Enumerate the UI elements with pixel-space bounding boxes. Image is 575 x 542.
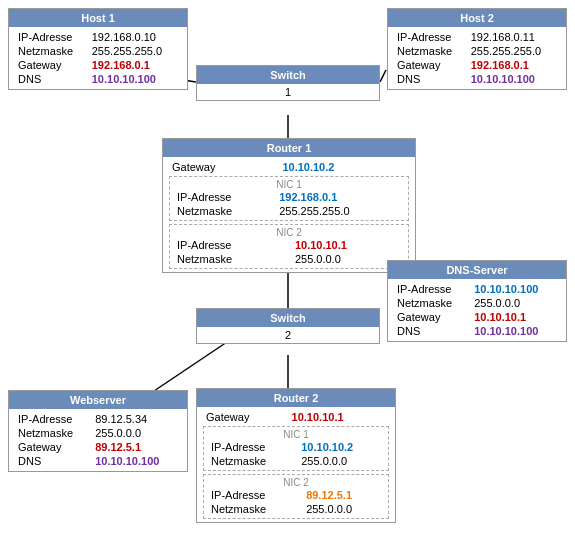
dns-server-title: DNS-Server: [388, 261, 566, 279]
host2-gw-val: 192.168.0.1: [468, 58, 560, 72]
webserver-node: Webserver IP-Adresse 89.12.5.34 Netzmask…: [8, 390, 188, 472]
router1-nic1-mask-label: Netzmaske: [174, 204, 276, 218]
host1-dns-val: 10.10.10.100: [89, 72, 181, 86]
host1-mask-label: Netzmaske: [15, 44, 89, 58]
router2-nic2-mask-label: Netzmaske: [208, 502, 303, 516]
router1-nic1-ip-label: IP-Adresse: [174, 190, 276, 204]
webserver-mask-label: Netzmaske: [15, 426, 92, 440]
router2-gw-val: 10.10.10.1: [289, 410, 389, 424]
dns-dns-label: DNS: [394, 324, 471, 338]
host1-ip-val: 192.168.0.10: [89, 30, 181, 44]
host1-gw-label: Gateway: [15, 58, 89, 72]
router1-title: Router 1: [163, 139, 415, 157]
webserver-ip-label: IP-Adresse: [15, 412, 92, 426]
host2-dns-label: DNS: [394, 72, 468, 86]
host2-ip-val: 192.168.0.11: [468, 30, 560, 44]
host2-mask-label: Netzmaske: [394, 44, 468, 58]
host2-dns-val: 10.10.10.100: [468, 72, 560, 86]
svg-line-5: [148, 340, 230, 395]
webserver-ip-val: 89.12.5.34: [92, 412, 181, 426]
router2-title: Router 2: [197, 389, 395, 407]
router2-node: Router 2 Gateway 10.10.10.1 NIC 1 IP-Adr…: [196, 388, 396, 523]
host1-node: Host 1 IP-Adresse 192.168.0.10 Netzmaske…: [8, 8, 188, 90]
host1-ip-label: IP-Adresse: [15, 30, 89, 44]
router1-gw-val: 10.10.10.2: [279, 160, 409, 174]
router1-nic2-ip-val: 10.10.10.1: [292, 238, 404, 252]
webserver-title: Webserver: [9, 391, 187, 409]
router2-nic1-label: NIC 1: [208, 429, 384, 440]
router2-nic2-ip-label: IP-Adresse: [208, 488, 303, 502]
switch2-number: 2: [197, 327, 379, 343]
switch1-number: 1: [197, 84, 379, 100]
dns-ip-val: 10.10.10.100: [471, 282, 560, 296]
router2-nic2-ip-val: 89.12.5.1: [303, 488, 384, 502]
router1-nic1-mask-val: 255.255.255.0: [276, 204, 404, 218]
switch1-title: Switch: [197, 66, 379, 84]
dns-ip-label: IP-Adresse: [394, 282, 471, 296]
host2-mask-val: 255.255.255.0: [468, 44, 560, 58]
host2-ip-label: IP-Adresse: [394, 30, 468, 44]
network-diagram: Host 1 IP-Adresse 192.168.0.10 Netzmaske…: [0, 0, 575, 542]
router1-nic1-ip-val: 192.168.0.1: [276, 190, 404, 204]
router1-node: Router 1 Gateway 10.10.10.2 NIC 1 IP-Adr…: [162, 138, 416, 273]
router1-nic2-label: NIC 2: [174, 227, 404, 238]
router1-nic2-mask-label: Netzmaske: [174, 252, 292, 266]
dns-mask-val: 255.0.0.0: [471, 296, 560, 310]
switch1-node: Switch 1: [196, 65, 380, 101]
dns-dns-val: 10.10.10.100: [471, 324, 560, 338]
host2-node: Host 2 IP-Adresse 192.168.0.11 Netzmaske…: [387, 8, 567, 90]
host2-gw-label: Gateway: [394, 58, 468, 72]
dns-gw-val: 10.10.10.1: [471, 310, 560, 324]
switch2-title: Switch: [197, 309, 379, 327]
dns-server-node: DNS-Server IP-Adresse 10.10.10.100 Netzm…: [387, 260, 567, 342]
router2-nic2-label: NIC 2: [208, 477, 384, 488]
router2-nic1-mask-val: 255.0.0.0: [298, 454, 384, 468]
router1-nic1-label: NIC 1: [174, 179, 404, 190]
webserver-dns-val: 10.10.10.100: [92, 454, 181, 468]
dns-gw-label: Gateway: [394, 310, 471, 324]
router2-nic1-mask-label: Netzmaske: [208, 454, 298, 468]
host1-gw-val: 192.168.0.1: [89, 58, 181, 72]
router2-nic1-ip-label: IP-Adresse: [208, 440, 298, 454]
switch2-node: Switch 2: [196, 308, 380, 344]
router1-gw-label: Gateway: [169, 160, 279, 174]
dns-mask-label: Netzmaske: [394, 296, 471, 310]
webserver-mask-val: 255.0.0.0: [92, 426, 181, 440]
host2-title: Host 2: [388, 9, 566, 27]
router2-nic1-ip-val: 10.10.10.2: [298, 440, 384, 454]
host1-mask-val: 255.255.255.0: [89, 44, 181, 58]
router2-gw-label: Gateway: [203, 410, 289, 424]
webserver-dns-label: DNS: [15, 454, 92, 468]
webserver-gw-label: Gateway: [15, 440, 92, 454]
svg-line-1: [380, 70, 386, 82]
host1-dns-label: DNS: [15, 72, 89, 86]
router1-nic2-ip-label: IP-Adresse: [174, 238, 292, 252]
webserver-gw-val: 89.12.5.1: [92, 440, 181, 454]
router2-nic2-mask-val: 255.0.0.0: [303, 502, 384, 516]
host1-title: Host 1: [9, 9, 187, 27]
